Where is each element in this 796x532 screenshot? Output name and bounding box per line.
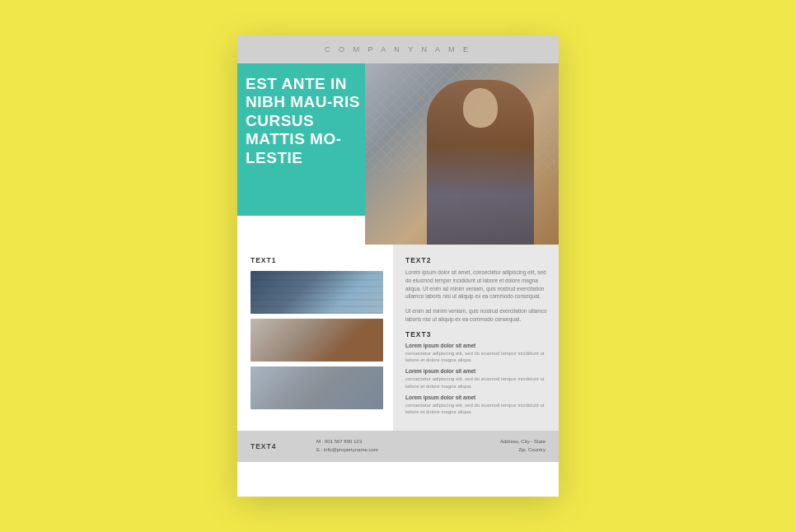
text3-item-2-title: Lorem ipsum dolor sit amet bbox=[405, 368, 547, 374]
thumbnail-1 bbox=[251, 271, 383, 314]
text2-label: TEXT2 bbox=[405, 256, 547, 264]
hero-photo-inner bbox=[340, 63, 559, 245]
text3-item-2: Lorem ipsum dolor sit amet consectetur a… bbox=[405, 368, 547, 390]
thumb-inner-2 bbox=[251, 319, 383, 362]
text1-label: TEXT1 bbox=[251, 256, 383, 264]
footer: TEXT4 M : 001 567 890 123 E : info@prope… bbox=[237, 431, 559, 462]
company-name: C O M P A N Y N A M E bbox=[325, 45, 471, 54]
footer-address-line2: Zip, Country bbox=[500, 446, 545, 455]
text2-body-1: Lorem ipsum dolor sit amet, consectetur … bbox=[405, 268, 547, 301]
text3-item-3-title: Lorem ipsum dolor sit amet bbox=[405, 394, 547, 400]
footer-text4: TEXT4 bbox=[251, 442, 316, 450]
header: C O M P A N Y N A M E bbox=[237, 35, 559, 63]
text3-item-1-title: Lorem ipsum dolor sit amet bbox=[405, 343, 547, 348]
text3-item-1: Lorem ipsum dolor sit amet consectetur a… bbox=[405, 343, 547, 364]
footer-address: Address, City - State Zip, Country bbox=[500, 438, 545, 454]
footer-contact: M : 001 567 890 123 E : info@propertynam… bbox=[316, 438, 500, 454]
thumb-inner-3 bbox=[251, 366, 383, 409]
thumb-inner-1 bbox=[251, 271, 383, 314]
photo-person-silhouette bbox=[427, 80, 534, 245]
photo-head bbox=[463, 88, 498, 128]
text3-item-2-body: consectetur adipiscing elit, sed do eius… bbox=[405, 376, 547, 390]
col-right: TEXT2 Lorem ipsum dolor sit amet, consec… bbox=[394, 245, 559, 431]
col-left: TEXT1 bbox=[237, 245, 394, 431]
text3-item-3: Lorem ipsum dolor sit amet consectetur a… bbox=[405, 394, 547, 416]
thumbnail-2 bbox=[251, 319, 383, 362]
footer-email: E : info@propertyname.com bbox=[316, 446, 500, 455]
footer-phone: M : 001 567 890 123 bbox=[316, 438, 500, 446]
hero-headline: EST ANTE IN NIBH MAU-RIS CURSUS MATTIS M… bbox=[246, 75, 361, 167]
text3-label: TEXT3 bbox=[405, 330, 547, 338]
teal-block: EST ANTE IN NIBH MAU-RIS CURSUS MATTIS M… bbox=[237, 63, 365, 216]
footer-address-line1: Address, City - State bbox=[500, 438, 545, 446]
text3-item-3-body: consectetur adipiscing elit, sed do eius… bbox=[405, 402, 547, 416]
content-section: TEXT1 TEXT2 Lorem ipsum dolor sit amet, … bbox=[237, 245, 559, 431]
poster-page: C O M P A N Y N A M E EST ANTE IN NIBH M… bbox=[237, 35, 559, 497]
text2-body-2: Ut enim ad minim veniam, quis nostrud ex… bbox=[405, 307, 547, 324]
text3-item-1-body: consectetur adipiscing elit, sed do eius… bbox=[405, 350, 547, 364]
thumbnail-3 bbox=[251, 366, 383, 409]
hero-photo bbox=[340, 63, 559, 245]
teal-white-overlap bbox=[237, 216, 365, 245]
hero-section: EST ANTE IN NIBH MAU-RIS CURSUS MATTIS M… bbox=[237, 63, 559, 245]
